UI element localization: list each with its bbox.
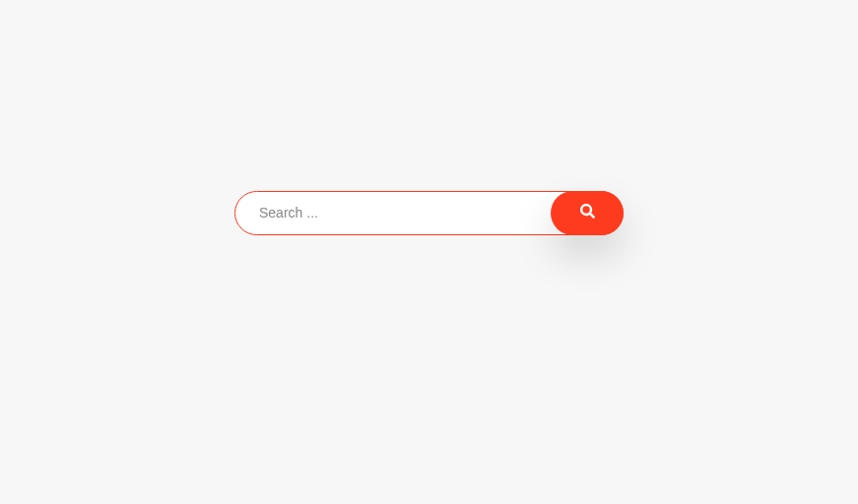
search-wrapper (234, 191, 624, 235)
search-icon (580, 204, 595, 221)
search-container (234, 191, 624, 235)
search-button[interactable] (551, 191, 624, 235)
